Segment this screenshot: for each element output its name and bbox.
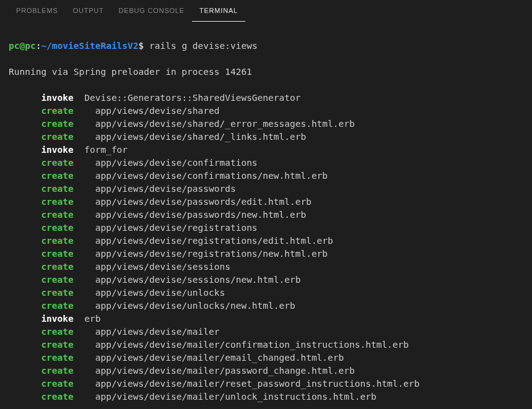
output-keyword: create <box>41 249 73 259</box>
output-path: app/views/devise/shared/_error_messages.… <box>74 119 355 129</box>
output-path: app/views/devise/unlocks/new.html.erb <box>74 301 295 311</box>
output-keyword: create <box>41 275 73 285</box>
tab-problems[interactable]: PROBLEMS <box>9 0 66 22</box>
terminal-line: create app/views/devise/sessions/new.htm… <box>9 273 523 286</box>
terminal-line: create app/views/devise/passwords/edit.h… <box>9 196 523 209</box>
output-path: app/views/devise/mailer/confirmation_ins… <box>74 340 409 350</box>
terminal-line: pc@pc:~/movieSiteRailsV2$ rails g devise… <box>9 40 523 53</box>
tab-output[interactable]: OUTPUT <box>66 0 111 22</box>
output-keyword: create <box>41 262 73 272</box>
output-path: app/views/devise/confirmations <box>74 158 258 168</box>
output-keyword: create <box>41 301 73 311</box>
tab-terminal[interactable]: TERMINAL <box>192 0 245 22</box>
terminal-line: create app/views/devise/mailer/unlock_in… <box>9 390 523 403</box>
output-keyword: create <box>41 327 73 337</box>
prompt-host: pc <box>25 41 35 51</box>
output-path: app/views/devise/shared <box>74 106 220 116</box>
terminal-line: create app/views/devise/registrations/ne… <box>9 248 523 260</box>
output-keyword: create <box>41 392 73 402</box>
output-keyword: invoke <box>41 145 73 155</box>
terminal-line: create app/views/devise/mailer <box>9 325 523 338</box>
output-path: app/views/devise/mailer/unlock_instructi… <box>74 392 377 402</box>
terminal-line: create app/views/devise/shared/_links.ht… <box>9 131 523 144</box>
terminal-line: create app/views/devise/mailer/password_… <box>9 364 523 377</box>
output-path: form_for <box>74 145 128 155</box>
output-path: app/views/devise/unlocks <box>74 288 225 298</box>
output-keyword: create <box>41 223 73 233</box>
output-path: app/views/devise/mailer <box>74 327 220 337</box>
output-path: app/views/devise/mailer/password_change.… <box>74 366 355 376</box>
output-path: app/views/devise/passwords/edit.html.erb <box>74 197 312 207</box>
terminal-line: create app/views/devise/mailer/confirmat… <box>9 338 523 351</box>
output-path: app/views/devise/mailer/email_changed.ht… <box>74 353 344 363</box>
output-path: Devise::Generators::SharedViewsGenerator <box>74 93 301 103</box>
output-keyword: create <box>41 184 73 194</box>
output-path: app/views/devise/registrations <box>74 223 258 233</box>
terminal-line: create app/views/devise/mailer/reset_pas… <box>9 377 523 390</box>
output-keyword: invoke <box>41 314 73 324</box>
terminal-line: create app/views/devise/registrations <box>9 222 523 235</box>
output-keyword: create <box>41 353 73 363</box>
output-path: app/views/devise/sessions <box>74 262 230 272</box>
prompt-user: pc <box>9 41 19 51</box>
output-keyword: create <box>41 197 73 207</box>
output-keyword: create <box>41 106 73 116</box>
terminal-line: invoke Devise::Generators::SharedViewsGe… <box>9 92 523 105</box>
terminal-line: create app/views/devise/passwords/new.ht… <box>9 209 523 222</box>
output-path: app/views/devise/confirmations/new.html.… <box>74 171 328 181</box>
output-keyword: create <box>41 288 73 298</box>
terminal-line: create app/views/devise/shared/_error_me… <box>9 118 523 131</box>
panel-tabs: PROBLEMS OUTPUT DEBUG CONSOLE TERMINAL <box>0 0 532 22</box>
output-keyword: create <box>41 379 73 389</box>
terminal-line: create app/views/devise/mailer/email_cha… <box>9 351 523 364</box>
output-keyword: create <box>41 132 73 142</box>
terminal-line: create app/views/devise/unlocks/new.html… <box>9 299 523 312</box>
output-keyword: invoke <box>41 93 73 103</box>
output-path: app/views/devise/sessions/new.html.erb <box>74 275 301 285</box>
output-keyword: create <box>41 236 73 246</box>
output-keyword: create <box>41 171 73 181</box>
prompt-path: ~/movieSiteRailsV2 <box>41 41 138 51</box>
terminal-line: create app/views/devise/confirmations <box>9 157 523 170</box>
terminal-line: create app/views/devise/shared <box>9 105 523 118</box>
output-keyword: create <box>41 119 73 129</box>
terminal-line: invoke form_for <box>9 144 523 157</box>
output-path: app/views/devise/mailer/reset_password_i… <box>74 379 420 389</box>
terminal-line: Running via Spring preloader in process … <box>9 66 523 79</box>
output-path: app/views/devise/registrations/new.html.… <box>74 249 328 259</box>
terminal-line: create app/views/devise/sessions <box>9 260 523 273</box>
terminal-line: create app/views/devise/unlocks <box>9 286 523 299</box>
output-keyword: create <box>41 210 73 220</box>
terminal-line: create app/views/devise/registrations/ed… <box>9 235 523 248</box>
output-keyword: create <box>41 366 73 376</box>
output-path: erb <box>74 314 101 324</box>
terminal-line: create app/views/devise/confirmations/ne… <box>9 170 523 183</box>
output-path: app/views/devise/registrations/edit.html… <box>74 236 333 246</box>
output-path: app/views/devise/passwords <box>74 184 236 194</box>
output-path: app/views/devise/passwords/new.html.erb <box>74 210 306 220</box>
command-text: rails g devise:views <box>144 41 257 51</box>
output-keyword: create <box>41 340 73 350</box>
terminal-line: invoke erb <box>9 312 523 325</box>
output-path: app/views/devise/shared/_links.html.erb <box>74 132 306 142</box>
tab-debug-console[interactable]: DEBUG CONSOLE <box>111 0 192 22</box>
output-keyword: create <box>41 158 73 168</box>
terminal-output[interactable]: pc@pc:~/movieSiteRailsV2$ rails g devise… <box>0 22 532 409</box>
terminal-line: create app/views/devise/passwords <box>9 183 523 196</box>
